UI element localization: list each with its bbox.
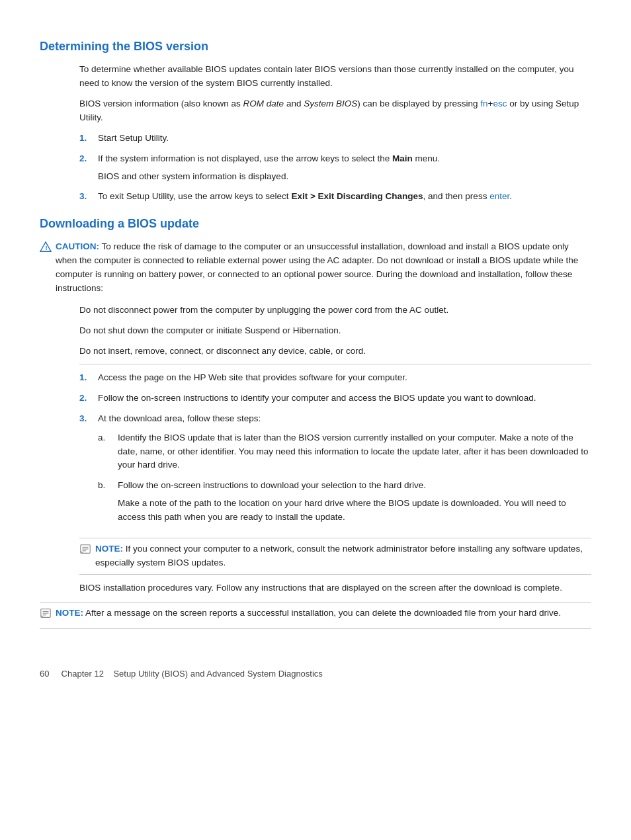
caution-icon: ! [40,241,52,296]
footer-chapter: Chapter 12 [62,669,104,679]
section1-para2: BIOS version information (also known as … [79,97,591,125]
section2-step1-content: Access the page on the HP Web site that … [98,371,591,385]
note2-content: NOTE: After a message on the screen repo… [56,607,561,620]
section2-steps-list: 1. Access the page on the HP Web site th… [79,371,591,531]
section2-warnings: Do not disconnect power from the compute… [79,304,591,595]
section2-substep-b-letter: b. [98,479,118,525]
section1-step3-text-bold: Exit > Exit Discarding Changes [291,191,423,201]
section2-step2-num: 2. [79,392,98,405]
section1-para2-italic1: ROM date [243,99,284,108]
note2-box: NOTE: After a message on the screen repo… [40,602,591,629]
section2-step3-content: At the download area, follow these steps… [98,412,591,531]
note1-label: NOTE: [95,544,123,554]
note1-box: NOTE: If you connect your computer to a … [79,538,591,575]
note2-label: NOTE: [56,608,83,618]
section2-step1-text: Access the page on the HP Web site that … [98,372,407,382]
section2-step2-text: Follow the on-screen instructions to ide… [98,393,536,403]
note1-icon [79,544,91,560]
section1-step3-num: 3. [79,190,98,204]
section1-step2-text-bold: Main [392,153,413,163]
section1-step3-text-after: . [509,191,512,201]
note2-icon [40,608,52,624]
section1-para2-before: BIOS version information (also known as [79,99,243,108]
section2-step1: 1. Access the page on the HP Web site th… [79,371,591,385]
section1-body: To determine whether available BIOS upda… [79,63,591,204]
section2-step3-num: 3. [79,412,98,531]
section2-substep-b-content: Follow the on-screen instructions to dow… [118,479,591,525]
warning-line-3: Do not insert, remove, connect, or disco… [79,345,591,364]
section2-step2-content: Follow the on-screen instructions to ide… [98,392,591,405]
caution-box: ! CAUTION: To reduce the risk of damage … [40,240,591,296]
section2-substep-b-text: Follow the on-screen instructions to dow… [118,480,426,490]
footer-page-num: 60 [40,669,49,679]
section1-para2-mid1: and [284,99,304,108]
note2-text: After a message on the screen reports a … [85,608,561,618]
section1-step2-text-before: If the system information is not display… [98,153,392,163]
section1-step3-text-mid: , and then press [423,191,490,201]
section2-para-after: BIOS installation procedures vary. Follo… [79,581,591,595]
section2-substep-a: a. Identify the BIOS update that is late… [98,431,591,473]
section1-step1-text: Start Setup Utility. [98,133,169,143]
section1-step2: 2. If the system information is not disp… [79,152,591,184]
section1-step1-content: Start Setup Utility. [98,132,591,146]
section1-step2-text-after: menu. [413,153,440,163]
section1-para2-mid2: ) can be displayed by pressing [357,99,480,108]
section1-para1: To determine whether available BIOS upda… [79,63,591,91]
section1-steps-list: 1. Start Setup Utility. 2. If the system… [79,132,591,204]
section1-step3-content: To exit Setup Utility, use the arrow key… [98,190,591,204]
section2-step3: 3. At the download area, follow these st… [79,412,591,531]
section1-para2-italic2: System BIOS [304,99,357,108]
footer: 60 Chapter 12 Setup Utility (BIOS) and A… [40,669,591,679]
caution-label: CAUTION: [56,241,99,251]
section1-step1: 1. Start Setup Utility. [79,132,591,146]
section2-substep-a-content: Identify the BIOS update that is later t… [118,431,591,473]
section2-title: Downloading a BIOS update [40,217,591,231]
caution-text-body: To reduce the risk of damage to the comp… [56,241,578,293]
section1-step2-num: 2. [79,152,98,184]
section2-substep-b: b. Follow the on-screen instructions to … [98,479,591,525]
section1-enter-link[interactable]: enter [489,191,509,201]
section2-substep-b-subnote: Make a note of the path to the location … [118,497,591,525]
section1-step2-subnote: BIOS and other system information is dis… [98,170,591,184]
note1-content: NOTE: If you connect your computer to a … [95,542,591,570]
warning-line-1: Do not disconnect power from the compute… [79,304,591,317]
section1-step3-text-before: To exit Setup Utility, use the arrow key… [98,191,291,201]
section1-step2-content: If the system information is not display… [98,152,591,184]
section2-substep-a-letter: a. [98,431,118,473]
section2-substep-a-text: Identify the BIOS update that is later t… [118,433,588,470]
section1-title: Determining the BIOS version [40,40,591,54]
note1-text: If you connect your computer to a networ… [95,544,583,567]
section2-step3-text: At the download area, follow these steps… [98,413,261,423]
section2-step2: 2. Follow the on-screen instructions to … [79,392,591,405]
svg-text:!: ! [46,245,48,252]
footer-chapter-text: Setup Utility (BIOS) and Advanced System… [113,669,322,679]
section1-step1-num: 1. [79,132,98,146]
footer-spacer [52,669,59,679]
section2-step1-num: 1. [79,371,98,385]
caution-content: CAUTION: To reduce the risk of damage to… [56,240,591,296]
section1-esc-link[interactable]: esc [493,99,507,108]
warning-line-2: Do not shut down the computer or initiat… [79,324,591,338]
section1-fn-link[interactable]: fn [480,99,487,108]
section1-step3: 3. To exit Setup Utility, use the arrow … [79,190,591,204]
footer-spacer2 [106,669,111,679]
section2-substeps-list: a. Identify the BIOS update that is late… [98,431,591,525]
